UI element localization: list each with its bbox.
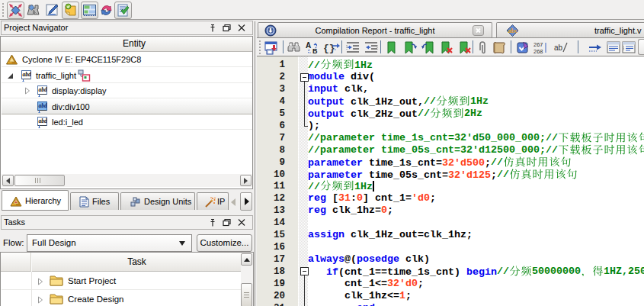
- svg-text:267: 267: [533, 41, 543, 48]
- svg-text:abd: abd: [39, 86, 48, 93]
- svg-text:A: A: [306, 41, 311, 50]
- svg-text:abd: abd: [39, 102, 48, 109]
- svg-text:abd: abd: [23, 71, 32, 78]
- svg-text:{}: {}: [323, 43, 335, 54]
- svg-text:abd: abd: [39, 118, 48, 124]
- svg-text:268: 268: [533, 48, 543, 54]
- svg-text:B: B: [312, 47, 318, 55]
- svg-text:abc: abc: [508, 27, 518, 34]
- svg-text:ab: ab: [554, 43, 563, 52]
